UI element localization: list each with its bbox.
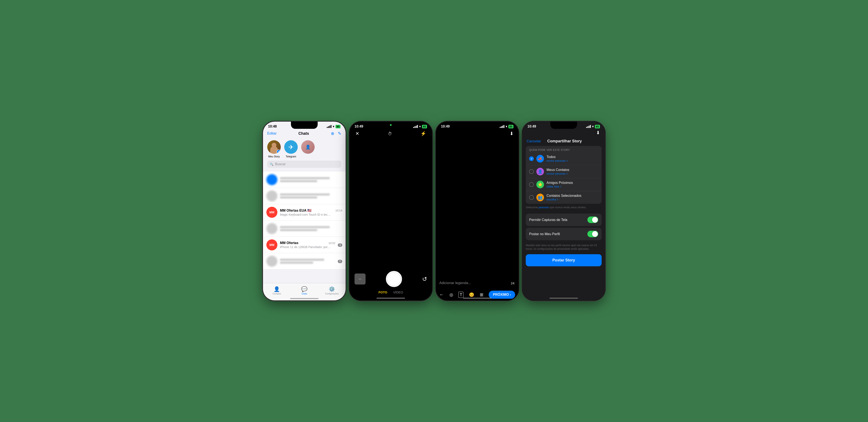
blurred-avatar-3 bbox=[267, 223, 277, 234]
story-avatar-3: 👤 bbox=[301, 140, 315, 154]
next-arrow: › bbox=[510, 293, 511, 297]
contatos-option-sub[interactable]: excluir pessoas > bbox=[547, 172, 598, 175]
status-icons-4: ▾ 85 bbox=[586, 125, 600, 128]
edit-button[interactable]: Editar bbox=[267, 131, 277, 136]
chat-badge-blurred: 7 bbox=[338, 260, 342, 263]
text-tool[interactable]: T bbox=[458, 292, 463, 298]
post-story-button[interactable]: Postar Story bbox=[526, 254, 601, 266]
phone-story-edit: 10:49 ▾ 85 ⬇ bbox=[436, 122, 519, 300]
selecionados-sub[interactable]: escolha > bbox=[547, 198, 598, 201]
signal-icon-3 bbox=[500, 125, 504, 128]
battery-1: 85 bbox=[336, 125, 341, 128]
blurred-line bbox=[280, 259, 324, 261]
emoji-tool[interactable]: 😊 bbox=[469, 292, 474, 297]
search-bar[interactable]: 🔍 Buscar bbox=[267, 161, 341, 168]
chat-badge-mm2: 3 bbox=[338, 244, 342, 247]
toggle-perfil-switch[interactable] bbox=[587, 231, 598, 237]
blurred-content-3 bbox=[280, 225, 342, 232]
compose-button[interactable]: ✎ bbox=[338, 131, 341, 136]
mode-foto[interactable]: FOTO bbox=[378, 290, 387, 294]
amigos-name: Amigos Próximos bbox=[547, 181, 598, 185]
selecionados-content: Contatos Selecionados escolha > bbox=[547, 194, 598, 201]
circle-tool[interactable]: ◎ bbox=[450, 292, 453, 297]
chat-avatar-mm1: MM bbox=[267, 207, 277, 218]
chat-item-blurred-4[interactable]: 7 bbox=[263, 253, 346, 269]
blurred-avatar bbox=[267, 174, 277, 185]
flip-camera-button[interactable]: ↺ bbox=[422, 275, 427, 283]
search-placeholder: Buscar bbox=[275, 162, 286, 166]
mode-video[interactable]: VÍDEO bbox=[393, 290, 403, 294]
chats-title: Chats bbox=[299, 131, 309, 136]
back-button-story[interactable]: ← bbox=[439, 292, 444, 297]
blurred-line bbox=[280, 262, 313, 264]
timer-icon[interactable]: ⏱ bbox=[388, 131, 392, 136]
config-icon: ⚙️ bbox=[329, 286, 335, 292]
tab-configuracoes[interactable]: ⚙️ Configurações bbox=[318, 286, 346, 295]
caption-input[interactable]: Adicionar legenda... bbox=[439, 281, 471, 285]
share-top-download: ⬇ bbox=[522, 129, 605, 136]
download-icon-3[interactable]: ⬇ bbox=[510, 131, 514, 136]
blurred-line bbox=[280, 180, 317, 182]
blurred-avatar-2 bbox=[267, 190, 277, 201]
contatos-option-name: Meus Contatos bbox=[547, 168, 598, 172]
story-item-meu[interactable]: + Meu Story bbox=[267, 140, 281, 158]
signal-icon-2 bbox=[413, 125, 418, 128]
wifi-icon-2: ▾ bbox=[419, 125, 421, 128]
chats-header: Editar Chats ⊕ ✎ + Meu Stor bbox=[263, 129, 346, 172]
tab-contatos[interactable]: 👤 Contatos bbox=[263, 286, 290, 295]
story-item-telegram[interactable]: ✈ Telegram bbox=[284, 140, 298, 158]
download-icon-4[interactable]: ⬇ bbox=[596, 130, 600, 136]
todos-content: Todos excluir pessoas > bbox=[547, 155, 598, 162]
blurred-avatar-4 bbox=[267, 256, 277, 267]
amigos-content: Amigos Próximos editar lista > bbox=[547, 181, 598, 188]
blurred-line bbox=[280, 196, 317, 198]
share-header: Cancelar Compartilhar Story bbox=[522, 136, 605, 146]
wifi-icon-4: ▾ bbox=[592, 125, 594, 128]
next-button[interactable]: PRÓXIMO › bbox=[489, 291, 515, 299]
story-item-3[interactable]: 👤 bbox=[301, 140, 315, 158]
notch-3 bbox=[464, 122, 491, 129]
flash-icon[interactable]: ⚡ bbox=[421, 131, 426, 136]
cancel-button[interactable]: Cancelar bbox=[527, 139, 541, 143]
shutter-button[interactable] bbox=[386, 271, 402, 287]
battery-4: 85 bbox=[595, 125, 600, 128]
home-indicator-4 bbox=[550, 298, 578, 299]
todos-sub[interactable]: excluir pessoas > bbox=[547, 159, 598, 162]
search-icon: 🔍 bbox=[270, 162, 273, 166]
chat-time-mm2: 10:02 bbox=[329, 241, 336, 245]
chat-item-mm-eua[interactable]: MM MM Ofertas EUA 🇺🇸 10:14 Magic Keyboar… bbox=[263, 204, 346, 221]
notch bbox=[291, 122, 318, 129]
camera-bottom: IMG ↺ FOTO VÍDEO bbox=[349, 267, 432, 300]
share-option-selecionados[interactable]: 👥 Contatos Selecionados escolha > bbox=[526, 191, 601, 204]
adjust-tool[interactable]: ⊞ bbox=[480, 292, 484, 297]
share-option-todos[interactable]: 📣 Todos excluir pessoas > bbox=[526, 152, 601, 165]
blurred-line bbox=[280, 226, 330, 228]
phones-container: 10:48 ▾ 85 Editar Chats bbox=[0, 113, 868, 309]
status-icons-2: ▾ 85 bbox=[413, 125, 427, 128]
avatar-photo3: 👤 bbox=[301, 140, 315, 154]
camera-thumbnail[interactable]: IMG bbox=[354, 273, 366, 285]
blurred-content-4 bbox=[280, 258, 335, 265]
share-option-amigos[interactable]: ⭐ Amigos Próximos editar lista > bbox=[526, 178, 601, 191]
telegram-logo: ✈ bbox=[288, 143, 294, 151]
chat-item-blurred-2[interactable] bbox=[263, 188, 346, 204]
amigos-sub[interactable]: editar lista > bbox=[547, 185, 598, 188]
toggle-capturas: Permitir Capturas de Tela bbox=[526, 214, 601, 226]
toggle-note: Mantém este story no seu perfil mesmo ap… bbox=[522, 243, 605, 253]
toggle-perfil: Postar no Meu Perfil bbox=[526, 228, 601, 240]
camera-controls: IMG ↺ bbox=[354, 271, 427, 287]
share-option-contatos[interactable]: 👤 Meus Contatos excluir pessoas > bbox=[526, 165, 601, 178]
chat-item-blurred-3[interactable] bbox=[263, 221, 346, 237]
pessoas-link[interactable]: pessoas bbox=[539, 206, 549, 209]
chat-item-blurred-1[interactable] bbox=[263, 172, 346, 188]
close-camera-button[interactable]: ✕ bbox=[355, 131, 359, 136]
camera-viewfinder bbox=[349, 138, 432, 267]
chat-item-mm[interactable]: MM MM Ofertas 10:02 iPhone 11 de 128GB P… bbox=[263, 237, 346, 253]
blurred-content-2 bbox=[280, 193, 342, 199]
new-group-button[interactable]: ⊕ bbox=[331, 131, 334, 136]
chat-top-mm2: MM Ofertas 10:02 bbox=[280, 241, 335, 245]
toggle-capturas-switch[interactable] bbox=[587, 217, 598, 223]
tab-chats[interactable]: 💬 Chats bbox=[290, 286, 318, 295]
contatos-option-content: Meus Contatos excluir pessoas > bbox=[547, 168, 598, 175]
pessoas-note: Selecione pessoas que nunca verão seus s… bbox=[522, 204, 605, 212]
